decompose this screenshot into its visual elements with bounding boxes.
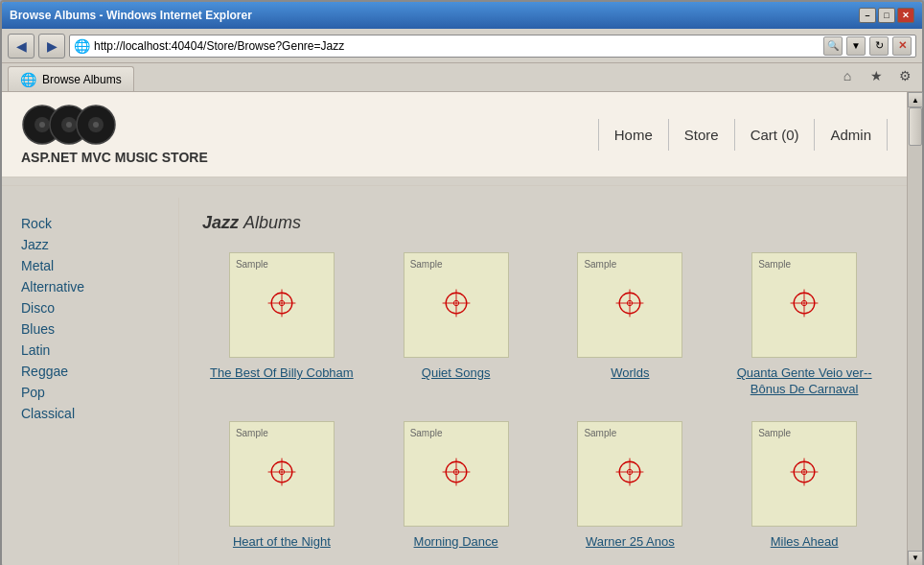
album-cover: Sample <box>404 252 509 358</box>
browser-window: Browse Albums - Windows Internet Explore… <box>0 0 924 565</box>
sample-label: Sample <box>758 259 791 270</box>
tab-right-buttons: ⌂ ★ ⚙ <box>836 64 916 91</box>
page-heading: Jazz Albums <box>202 213 884 233</box>
album-item[interactable]: Sample Quiet So <box>377 252 536 398</box>
album-title[interactable]: Quanta Gente Veio ver--Bônus De Carnaval <box>725 365 884 398</box>
scroll-thumb[interactable] <box>909 107 922 146</box>
crosshair-icon <box>439 286 474 324</box>
forward-button[interactable]: ▶ <box>38 34 65 59</box>
album-item[interactable]: Sample Heart of <box>202 421 361 551</box>
album-cover: Sample <box>229 252 335 358</box>
crosshair-icon <box>439 455 474 493</box>
album-cover: Sample <box>404 421 509 527</box>
album-item[interactable]: Sample Warner 2 <box>551 421 710 551</box>
logo-svg <box>21 104 117 146</box>
scroll-down-button[interactable]: ▼ <box>908 551 923 565</box>
logo-discs <box>21 104 117 146</box>
crosshair-icon <box>265 455 299 493</box>
nav-admin[interactable]: Admin <box>815 119 888 151</box>
scrollbar: ▲ ▼ <box>907 92 922 565</box>
sidebar-item-metal[interactable]: Metal <box>21 255 159 276</box>
sidebar-item-disco[interactable]: Disco <box>21 297 159 318</box>
nav-home[interactable]: Home <box>598 119 669 151</box>
scroll-track[interactable] <box>908 107 922 551</box>
address-ie-icon: 🌐 <box>74 38 90 54</box>
scroll-up-button[interactable]: ▲ <box>908 92 923 107</box>
album-item[interactable]: Sample Miles Ah <box>725 421 884 551</box>
album-title[interactable]: Warner 25 Anos <box>586 534 675 551</box>
stop-button[interactable]: ✕ <box>892 36 912 56</box>
sample-label: Sample <box>584 259 616 270</box>
site-title: ASP.NET MVC MUSIC STORE <box>21 150 208 165</box>
sidebar-item-latin[interactable]: Latin <box>21 340 159 361</box>
svg-point-2 <box>39 122 45 128</box>
sample-label: Sample <box>758 428 791 438</box>
refresh-button[interactable]: ↻ <box>869 36 889 56</box>
home-button[interactable]: ⌂ <box>836 64 859 87</box>
album-title[interactable]: Worlds <box>611 365 649 382</box>
favorites-button[interactable]: ★ <box>865 64 888 87</box>
albums-label: Albums <box>243 213 301 232</box>
active-tab[interactable]: 🌐 Browse Albums <box>8 66 134 91</box>
site-header: ASP.NET MVC MUSIC STORE Home Store Cart … <box>2 92 907 177</box>
sidebar-item-classical[interactable]: Classical <box>21 403 159 424</box>
address-dropdown-button[interactable]: ▼ <box>846 36 866 56</box>
album-title[interactable]: Heart of the Night <box>233 534 331 551</box>
album-title[interactable]: The Best Of Billy Cobham <box>210 365 354 382</box>
album-cover: Sample <box>577 421 682 527</box>
address-search-button[interactable]: 🔍 <box>823 36 843 56</box>
album-item[interactable]: Sample Worlds <box>551 252 710 398</box>
sample-label: Sample <box>410 428 443 438</box>
album-cover: Sample <box>751 252 857 358</box>
sidebar-item-pop[interactable]: Pop <box>21 382 159 403</box>
settings-button[interactable]: ⚙ <box>893 64 916 87</box>
logo-area: ASP.NET MVC MUSIC STORE <box>21 104 208 165</box>
album-item[interactable]: Sample Morning <box>377 421 536 551</box>
nav-store[interactable]: Store <box>669 119 735 151</box>
sample-label: Sample <box>236 259 268 270</box>
album-cover: Sample <box>229 421 335 527</box>
back-button[interactable]: ◀ <box>8 34 35 59</box>
sidebar-item-reggae[interactable]: Reggae <box>21 361 159 382</box>
page-inner: ASP.NET MVC MUSIC STORE Home Store Cart … <box>2 92 907 565</box>
sidebar-item-blues[interactable]: Blues <box>21 318 159 340</box>
tab-icon: 🌐 <box>20 72 36 87</box>
svg-point-8 <box>93 122 99 128</box>
header-divider <box>2 185 907 186</box>
main-layout: Rock Jazz Metal Alternative Disco Blues … <box>2 198 907 565</box>
album-cover: Sample <box>577 252 682 358</box>
address-bar: 🌐 🔍 ▼ ↻ ✕ <box>69 35 916 58</box>
maximize-button[interactable]: □ <box>878 8 895 23</box>
close-button[interactable]: ✕ <box>897 8 914 23</box>
sidebar-item-rock[interactable]: Rock <box>21 213 159 234</box>
sample-label: Sample <box>410 259 443 270</box>
album-grid: Sample The Best <box>202 252 884 551</box>
svg-point-5 <box>66 122 72 128</box>
address-input[interactable] <box>94 39 820 53</box>
nav-bar: ◀ ▶ 🌐 🔍 ▼ ↻ ✕ <box>2 29 922 63</box>
sidebar: Rock Jazz Metal Alternative Disco Blues … <box>2 198 179 565</box>
album-title[interactable]: Quiet Songs <box>422 365 491 382</box>
tab-bar: 🌐 Browse Albums ⌂ ★ ⚙ <box>2 63 922 92</box>
album-item[interactable]: Sample The Best <box>202 252 361 398</box>
crosshair-icon <box>787 455 821 493</box>
site-nav: Home Store Cart (0) Admin <box>598 119 888 151</box>
album-title[interactable]: Morning Dance <box>414 534 498 551</box>
title-bar-text: Browse Albums - Windows Internet Explore… <box>10 9 252 22</box>
genre-label: Jazz <box>202 213 239 232</box>
sidebar-item-jazz[interactable]: Jazz <box>21 234 159 255</box>
crosshair-icon <box>787 286 821 324</box>
tab-title: Browse Albums <box>42 73 122 86</box>
title-bar-buttons: – □ ✕ <box>859 8 914 23</box>
sidebar-item-alternative[interactable]: Alternative <box>21 276 159 297</box>
nav-cart[interactable]: Cart (0) <box>735 119 816 151</box>
album-title[interactable]: Miles Ahead <box>771 534 839 551</box>
sample-label: Sample <box>236 428 268 438</box>
sample-label: Sample <box>584 428 616 438</box>
album-item[interactable]: Sample Quanta G <box>725 252 884 398</box>
page-area: ASP.NET MVC MUSIC STORE Home Store Cart … <box>2 92 922 565</box>
content-area: Jazz Albums Sample <box>179 198 907 565</box>
title-bar: Browse Albums - Windows Internet Explore… <box>2 2 922 29</box>
minimize-button[interactable]: – <box>859 8 876 23</box>
crosshair-icon <box>265 286 299 324</box>
